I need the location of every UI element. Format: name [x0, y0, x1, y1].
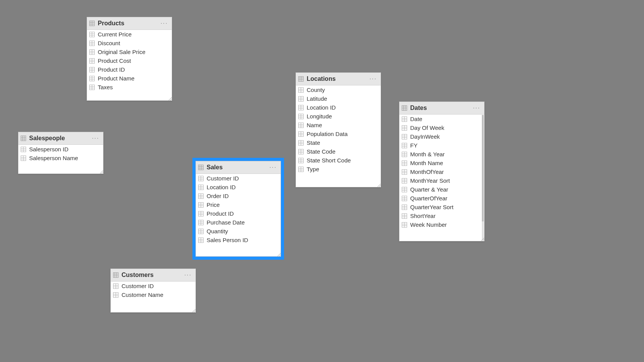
- field-label: Latitude: [307, 95, 327, 102]
- scrollbar-thumb[interactable]: [482, 115, 484, 221]
- column-icon: [402, 205, 407, 210]
- table-header-products[interactable]: Products···: [87, 17, 172, 30]
- field-row[interactable]: Longitude: [296, 112, 381, 121]
- field-row[interactable]: Month & Year: [399, 150, 484, 159]
- field-label: Customer ID: [207, 175, 239, 182]
- field-row[interactable]: Salesperson ID: [18, 145, 103, 154]
- field-row[interactable]: Population Data: [296, 129, 381, 138]
- column-icon: [198, 193, 204, 199]
- field-row[interactable]: Type: [296, 165, 381, 174]
- table-card-dates[interactable]: Dates···DateDay Of WeekDayInWeekFYMonth …: [399, 102, 485, 241]
- table-menu-button[interactable]: ···: [160, 20, 169, 27]
- field-label: Month & Year: [410, 151, 445, 157]
- table-card-locations[interactable]: Locations···CountyLatitudeLocation IDLon…: [296, 72, 381, 187]
- column-icon: [113, 283, 118, 289]
- table-title: Sales: [207, 164, 269, 171]
- table-header-dates[interactable]: Dates···: [399, 102, 484, 115]
- field-row[interactable]: Date: [399, 115, 484, 123]
- field-row[interactable]: Discount: [87, 39, 172, 48]
- table-header-salespeople[interactable]: Salespeople···: [18, 132, 103, 145]
- table-header-sales[interactable]: Sales···: [196, 161, 281, 174]
- table-card-sales[interactable]: Sales···Customer IDLocation IDOrder IDPr…: [196, 161, 281, 257]
- field-row[interactable]: Name: [296, 121, 381, 129]
- resize-handle[interactable]: [99, 170, 103, 174]
- svg-line-135: [379, 185, 381, 187]
- field-row[interactable]: Customer Name: [111, 290, 196, 299]
- resize-handle[interactable]: [377, 183, 381, 187]
- field-row[interactable]: Product ID: [87, 65, 172, 74]
- field-row[interactable]: State Short Code: [296, 156, 381, 165]
- field-label: Customer Name: [122, 292, 163, 298]
- svg-line-34: [170, 99, 172, 100]
- field-row[interactable]: Purchase Date: [196, 218, 281, 227]
- field-row[interactable]: Latitude: [296, 94, 381, 103]
- field-row[interactable]: Original Sale Price: [87, 48, 172, 56]
- field-row[interactable]: Quantity: [196, 227, 281, 236]
- table-title: Products: [98, 20, 160, 27]
- svg-line-33: [169, 97, 172, 100]
- field-row[interactable]: State: [296, 138, 381, 147]
- field-row[interactable]: Taxes: [87, 83, 172, 92]
- field-row[interactable]: Day Of Week: [399, 123, 484, 132]
- column-icon: [298, 123, 304, 128]
- field-row[interactable]: Salesperson Name: [18, 154, 103, 162]
- table-card-products[interactable]: Products···Current PriceDiscountOriginal…: [87, 17, 172, 101]
- column-icon: [89, 85, 95, 90]
- field-row[interactable]: QuarterYear Sort: [399, 203, 484, 211]
- table-menu-button[interactable]: ···: [91, 135, 100, 142]
- model-canvas[interactable]: Products···Current PriceDiscountOriginal…: [0, 0, 644, 362]
- resize-handle[interactable]: [480, 237, 484, 241]
- field-row[interactable]: Sales Person ID: [196, 236, 281, 244]
- field-row[interactable]: State Code: [296, 147, 381, 156]
- field-row[interactable]: Product ID: [196, 209, 281, 218]
- field-row[interactable]: Customer ID: [196, 174, 281, 183]
- fields-list: Current PriceDiscountOriginal Sale Price…: [87, 30, 172, 100]
- field-label: Discount: [98, 40, 120, 46]
- field-row[interactable]: County: [296, 85, 381, 94]
- field-row[interactable]: Current Price: [87, 30, 172, 39]
- field-row[interactable]: Price: [196, 200, 281, 209]
- column-icon: [89, 76, 95, 81]
- field-row[interactable]: QuarterOfYear: [399, 194, 484, 203]
- field-row[interactable]: Product Name: [87, 74, 172, 83]
- table-header-locations[interactable]: Locations···: [296, 73, 381, 85]
- field-label: FY: [410, 142, 417, 149]
- field-row[interactable]: Month Name: [399, 159, 484, 167]
- field-row[interactable]: Customer ID: [111, 282, 196, 290]
- column-icon: [402, 125, 407, 131]
- column-icon: [402, 143, 407, 148]
- scrollbar[interactable]: [482, 115, 484, 240]
- field-row[interactable]: Quarter & Year: [399, 185, 484, 194]
- field-row[interactable]: DayInWeek: [399, 132, 484, 141]
- table-menu-button[interactable]: ···: [184, 272, 192, 278]
- table-menu-button[interactable]: ···: [472, 105, 481, 111]
- field-row[interactable]: MonthOfYear: [399, 167, 484, 176]
- column-icon: [402, 169, 407, 175]
- field-label: State Short Code: [307, 157, 351, 164]
- table-card-customers[interactable]: Customers···Customer IDCustomer Name: [110, 269, 196, 313]
- table-menu-button[interactable]: ···: [369, 75, 378, 82]
- field-label: Day Of Week: [410, 124, 444, 131]
- field-row[interactable]: Order ID: [196, 192, 281, 200]
- resize-handle[interactable]: [277, 252, 281, 256]
- field-row[interactable]: FY: [399, 141, 484, 150]
- table-header-customers[interactable]: Customers···: [111, 269, 196, 282]
- field-row[interactable]: Week Number: [399, 220, 484, 229]
- column-icon: [402, 187, 407, 192]
- field-row[interactable]: Location ID: [296, 103, 381, 112]
- table-menu-button[interactable]: ···: [269, 164, 278, 171]
- field-label: Product ID: [98, 66, 125, 73]
- resize-handle[interactable]: [168, 97, 172, 100]
- column-icon: [402, 222, 407, 228]
- resize-handle[interactable]: [192, 308, 196, 312]
- table-card-salespeople[interactable]: Salespeople···Salesperson IDSalesperson …: [18, 132, 104, 174]
- field-label: Name: [307, 122, 322, 128]
- field-row[interactable]: ShortYear: [399, 211, 484, 220]
- column-icon: [21, 147, 26, 152]
- field-row[interactable]: Product Cost: [87, 56, 172, 65]
- field-label: Month Name: [410, 160, 443, 166]
- field-row[interactable]: MonthYear Sort: [399, 176, 484, 185]
- field-row[interactable]: Location ID: [196, 183, 281, 192]
- fields-list: CountyLatitudeLocation IDLongitudeNamePo…: [296, 85, 381, 187]
- field-label: QuarterYear Sort: [410, 204, 453, 210]
